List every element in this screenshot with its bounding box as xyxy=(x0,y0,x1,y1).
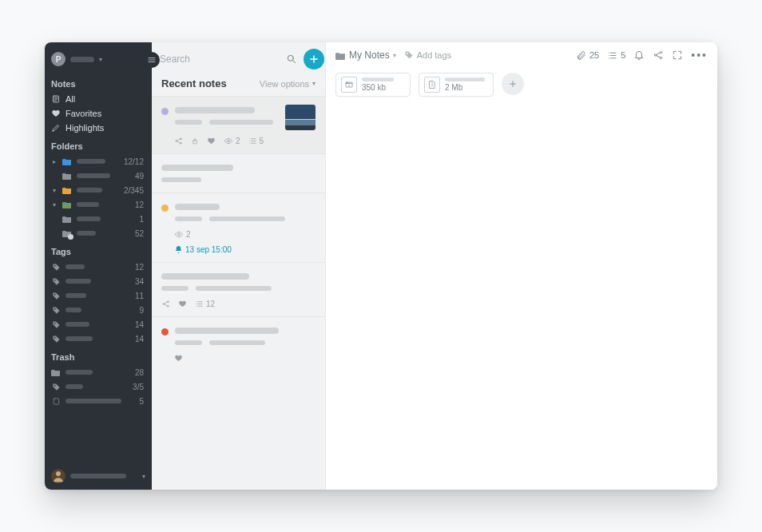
search-row xyxy=(152,42,325,74)
tag-icon xyxy=(404,50,414,60)
new-note-button[interactable] xyxy=(304,49,324,69)
breadcrumb[interactable]: My Notes ▾ xyxy=(335,50,396,61)
chevron-right-icon[interactable]: ▸ xyxy=(51,158,58,165)
tag-item[interactable]: 11 xyxy=(51,288,145,303)
nav-highlights[interactable]: Highlights xyxy=(51,121,145,135)
share-button[interactable] xyxy=(653,50,664,61)
pencil-icon xyxy=(51,123,61,133)
folder-item[interactable]: ▾ 2/345 xyxy=(51,183,145,197)
folder-item[interactable]: ▸ 12/12 xyxy=(51,154,145,169)
reminder-button[interactable] xyxy=(633,50,645,61)
chevron-down-icon[interactable]: ▾ xyxy=(51,201,58,208)
folder-shared-icon xyxy=(62,228,72,238)
heart-icon xyxy=(207,137,216,145)
list-header: Recent notes View options ▾ xyxy=(152,74,325,96)
chevron-down-icon: ▾ xyxy=(393,52,396,59)
svg-point-10 xyxy=(288,55,293,61)
search-input[interactable] xyxy=(160,54,280,65)
sidebar-footer-user[interactable]: ▾ xyxy=(51,463,145,483)
svg-point-6 xyxy=(54,336,55,338)
paperclip-icon xyxy=(576,50,586,61)
folder-list: ▸ 12/12 49 ▾ 2/345 xyxy=(51,154,145,240)
folder-count: 2/345 xyxy=(124,186,145,195)
chevron-down-icon[interactable]: ▾ xyxy=(51,187,58,194)
reminder-text: 13 sep 15:00 xyxy=(185,245,232,254)
folder-name-placeholder xyxy=(77,231,96,236)
view-options-dropdown[interactable]: View options ▾ xyxy=(260,79,316,89)
tag-icon xyxy=(51,334,61,343)
note-title-placeholder xyxy=(161,273,249,280)
folder-name-placeholder xyxy=(77,216,101,221)
plus-icon xyxy=(308,54,319,65)
tag-item[interactable]: 14 xyxy=(51,317,145,332)
note-thumbnail xyxy=(285,105,316,130)
color-dot-icon xyxy=(161,204,169,212)
folder-icon xyxy=(62,185,72,195)
folder-item[interactable]: ▾ 12 xyxy=(51,197,145,212)
tag-icon xyxy=(51,262,61,272)
trash-item[interactable]: 28 xyxy=(51,365,145,379)
tag-item[interactable]: 14 xyxy=(51,332,145,346)
tag-icon xyxy=(51,276,61,286)
attachment-archive[interactable]: 2 Mb xyxy=(419,73,494,97)
sidebar-collapse-button[interactable] xyxy=(144,52,160,68)
bell-icon xyxy=(633,50,645,61)
nav-all[interactable]: All xyxy=(51,92,145,106)
tag-icon xyxy=(51,291,61,300)
add-tags-button[interactable]: Add tags xyxy=(404,50,451,60)
folder-count: 12 xyxy=(135,200,145,209)
color-dot-icon xyxy=(161,108,169,115)
tag-item[interactable]: 12 xyxy=(51,260,145,274)
nav-label: Highlights xyxy=(65,123,104,133)
account-switcher[interactable]: P ▾ xyxy=(51,50,145,73)
add-attachment-button[interactable] xyxy=(502,73,524,95)
note-card[interactable] xyxy=(152,316,325,371)
list-icon xyxy=(195,300,204,308)
svg-point-4 xyxy=(54,308,55,309)
tag-count: 12 xyxy=(135,263,145,272)
folder-icon xyxy=(62,200,72,209)
attachment-video[interactable]: 350 kb xyxy=(335,73,411,97)
note-excerpt-placeholder xyxy=(175,120,202,125)
menu-icon xyxy=(147,55,157,65)
folder-item[interactable]: 1 xyxy=(51,212,145,226)
trash-item[interactable]: 5 xyxy=(51,394,145,408)
tag-item[interactable]: 9 xyxy=(51,303,145,317)
chevron-down-icon: ▾ xyxy=(312,80,316,87)
trash-list: 28 3/5 5 xyxy=(51,365,145,408)
nav-list: All Favorites Highlights xyxy=(51,92,145,135)
svg-point-15 xyxy=(228,140,230,142)
note-card[interactable]: 2 5 xyxy=(152,96,325,153)
archive-file-icon xyxy=(424,77,440,93)
expand-button[interactable] xyxy=(672,50,683,61)
tag-count: 34 xyxy=(135,277,145,286)
list-icon xyxy=(607,50,617,61)
folder-item[interactable]: 52 xyxy=(51,226,145,240)
tag-icon xyxy=(51,320,61,329)
note-card[interactable]: 2 13 sep 15:00 xyxy=(152,193,325,262)
tasks-chip[interactable]: 5 xyxy=(607,50,625,61)
nav-favorites[interactable]: Favorites xyxy=(51,106,145,121)
more-menu[interactable]: ••• xyxy=(691,49,708,62)
section-title-tags: Tags xyxy=(51,247,145,256)
attachments-chip[interactable]: 25 xyxy=(576,50,599,61)
note-card[interactable]: 12 xyxy=(152,262,325,316)
chevron-down-icon: ▾ xyxy=(99,56,102,63)
note-title-placeholder xyxy=(175,328,279,334)
svg-point-20 xyxy=(407,53,408,54)
svg-point-16 xyxy=(178,233,181,236)
tag-list: 12 34 11 9 14 14 xyxy=(51,260,145,346)
note-excerpt-placeholder xyxy=(209,120,273,125)
detail-header: My Notes ▾ Add tags 25 5 xyxy=(326,42,717,68)
note-excerpt-placeholder xyxy=(175,340,202,345)
note-card[interactable] xyxy=(152,153,325,193)
attachment-size: 2 Mb xyxy=(445,83,485,92)
folder-item[interactable]: 49 xyxy=(51,169,145,183)
section-title-trash: Trash xyxy=(51,352,145,362)
tag-item[interactable]: 34 xyxy=(51,274,145,288)
trash-item[interactable]: 3/5 xyxy=(51,379,145,394)
tag-name-placeholder xyxy=(65,264,85,269)
search-icon[interactable] xyxy=(286,54,297,65)
tag-name-placeholder xyxy=(65,293,86,298)
tag-name-placeholder xyxy=(65,336,93,341)
